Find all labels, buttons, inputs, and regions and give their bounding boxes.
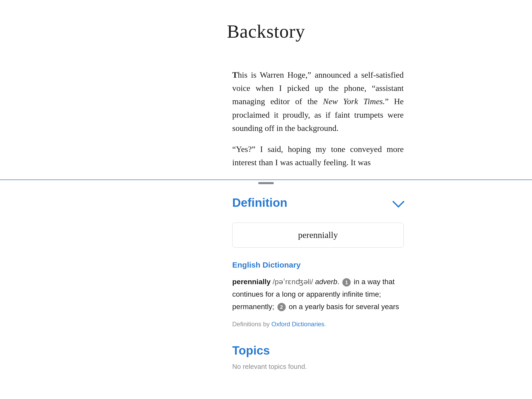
badge-2: 2 <box>277 303 286 311</box>
book-paragraph-1: This is Warren Hoge,” announced a self-s… <box>232 68 404 135</box>
dict-word: perennially <box>232 278 271 286</box>
definition-section-title: Definition <box>232 196 287 210</box>
dict-entry: perennially /pəˈrɛnʤəli/ adverb. 1 in a … <box>232 276 404 313</box>
definition-header: Definition <box>232 196 404 210</box>
book-paragraph-2: “Yes?” I said, hoping my tone conveyed m… <box>232 143 404 169</box>
definition-panel: Definition perennially English Dictionar… <box>0 180 532 391</box>
topics-subtitle: No relevant topics found. <box>232 363 404 371</box>
drop-cap: T <box>232 70 238 79</box>
paragraph2-text: “Yes?” I said, hoping my tone conveyed m… <box>232 144 404 167</box>
attribution-prefix: Definitions by <box>232 321 271 328</box>
italic-title: New York Times. <box>323 97 385 106</box>
dict-source-title: English Dictionary <box>232 261 404 269</box>
definition-content: Definition perennially English Dictionar… <box>222 196 414 371</box>
attribution-suffix: . <box>324 321 326 328</box>
oxford-dictionaries-link[interactable]: Oxford Dictionaries <box>271 321 324 328</box>
topics-title: Topics <box>232 343 404 357</box>
divider-handle[interactable] <box>258 182 274 184</box>
dict-phonetic: /pəˈrɛnʤəli/ <box>273 278 313 286</box>
page-container: Backstory This is Warren Hoge,” announce… <box>0 0 532 399</box>
badge-1: 1 <box>342 278 351 287</box>
dict-def-2: on a yearly basis for several years <box>289 303 399 311</box>
book-title: Backstory <box>0 21 532 42</box>
search-word-display[interactable]: perennially <box>232 223 404 248</box>
chevron-down-icon[interactable] <box>391 199 404 207</box>
attribution: Definitions by Oxford Dictionaries. <box>232 321 404 328</box>
book-section: Backstory This is Warren Hoge,” announce… <box>0 0 532 180</box>
topics-section: Topics No relevant topics found. <box>232 343 404 371</box>
dict-pos: adverb <box>315 278 337 286</box>
book-text-container: This is Warren Hoge,” announced a self-s… <box>222 68 414 169</box>
divider-line <box>0 179 532 180</box>
